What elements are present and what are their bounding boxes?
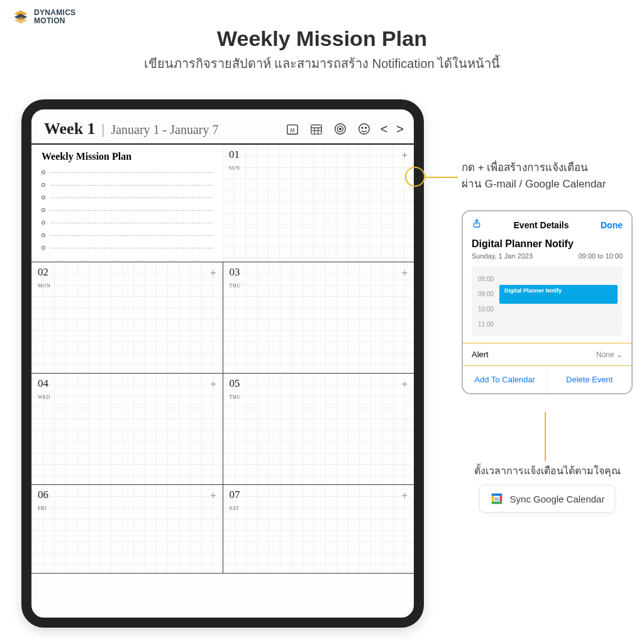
done-button[interactable]: Done	[601, 220, 623, 230]
mission-cell: Weekly Mission Plan	[31, 145, 223, 262]
mission-line[interactable]	[42, 166, 213, 179]
mission-line[interactable]	[42, 204, 213, 216]
next-week-button[interactable]: >	[396, 122, 404, 136]
svg-text:31: 31	[494, 497, 499, 501]
svg-rect-21	[499, 496, 502, 501]
add-event-button[interactable]: +	[210, 490, 216, 501]
plus-callout: กด + เพื่อสร้างการแจ้งเตือน ผ่าน G-mail …	[462, 160, 633, 192]
connector-line	[545, 412, 546, 461]
alert-row[interactable]: Alert None ⌄	[463, 343, 631, 366]
calendar-grid-icon[interactable]	[309, 121, 324, 136]
add-event-button[interactable]: +	[402, 150, 408, 161]
target-icon[interactable]	[333, 121, 348, 136]
week-header: Week 1 | January 1 - January 7 M < >	[31, 118, 414, 143]
add-event-button[interactable]: +	[210, 379, 216, 390]
mission-line[interactable]	[42, 216, 213, 229]
svg-rect-19	[491, 502, 502, 504]
prev-week-button[interactable]: <	[380, 122, 388, 136]
add-event-button[interactable]: +	[402, 379, 408, 390]
day-cell-mon[interactable]: 02MON+	[31, 262, 223, 373]
event-time: 09:00 to 10:00	[579, 252, 623, 260]
hero: Weekly Mission Plan เขียนภารกิจรายสัปดาห…	[0, 0, 644, 74]
page-subtitle: เขียนภารกิจรายสัปดาห์ และสามารถสร้าง Not…	[0, 53, 644, 74]
divider: |	[102, 121, 105, 138]
mission-line[interactable]	[42, 242, 213, 254]
event-details-panel: Event Details Done Digital Planner Notif…	[462, 210, 633, 394]
smile-icon[interactable]	[357, 121, 372, 136]
date-range: January 1 - January 7	[111, 123, 218, 137]
add-event-button[interactable]: +	[402, 490, 408, 501]
svg-point-15	[365, 127, 366, 128]
event-date: Sunday, 1 Jan 2023	[472, 252, 533, 260]
panel-title: Event Details	[514, 220, 569, 230]
add-event-button[interactable]: +	[402, 267, 408, 279]
mission-line[interactable]	[42, 179, 213, 191]
mission-line[interactable]	[42, 191, 213, 204]
svg-rect-5	[311, 125, 321, 135]
add-to-calendar-button[interactable]: Add To Calendar	[463, 366, 547, 393]
alert-value: None ⌄	[596, 350, 623, 359]
mission-line[interactable]	[42, 229, 213, 242]
logo-line1: DYNAMICS	[34, 8, 75, 17]
alert-label: Alert	[472, 350, 489, 359]
plus-highlight-circle	[405, 167, 425, 187]
delete-event-button[interactable]: Delete Event	[547, 366, 632, 393]
tablet-frame: Week 1 | January 1 - January 7 M < > Wee…	[21, 99, 424, 628]
mission-heading: Weekly Mission Plan	[42, 151, 213, 162]
sync-label: Sync Google Calendar	[510, 494, 605, 504]
day-cell-wed[interactable]: 04WED+	[31, 374, 223, 484]
day-cell-fri[interactable]: 06FRI+	[31, 485, 223, 573]
event-block[interactable]: Digital Planner Notify	[499, 285, 618, 304]
page-title: Weekly Mission Plan	[0, 26, 644, 51]
logo-line2: MOTION	[34, 16, 65, 25]
timeline: 08:00 09:00 10:00 11:00 Digital Planner …	[472, 266, 623, 336]
add-event-button[interactable]: +	[210, 267, 216, 279]
google-calendar-icon: 31	[490, 492, 504, 506]
day-cell-sun[interactable]: 01SUN +	[223, 145, 414, 262]
svg-point-12	[339, 128, 341, 130]
day-cell-thu[interactable]: 05THU+	[223, 374, 414, 484]
event-name: Digital Planner Notify	[472, 238, 623, 250]
connector-line	[425, 177, 458, 178]
alert-callout: ตั้งเวลาการแจ้งเตือนได้ตามใจคุณ 31 Sync …	[459, 463, 635, 513]
month-view-icon[interactable]: M	[285, 121, 300, 136]
svg-point-13	[358, 124, 369, 135]
svg-rect-18	[491, 494, 502, 496]
svg-point-14	[362, 127, 363, 128]
week-label: Week 1	[44, 119, 96, 138]
week-grid: Weekly Mission Plan 01SUN + 0	[31, 143, 414, 574]
logo-icon	[13, 9, 29, 25]
day-cell-sat[interactable]: 07SAT+	[223, 485, 414, 573]
day-cell-tue[interactable]: 03THU+	[223, 262, 414, 373]
sync-google-calendar-chip[interactable]: 31 Sync Google Calendar	[479, 485, 616, 513]
planner-screen: Week 1 | January 1 - January 7 M < > Wee…	[31, 109, 414, 574]
svg-text:M: M	[290, 128, 294, 133]
share-icon[interactable]	[472, 218, 482, 232]
svg-rect-20	[491, 496, 494, 501]
brand-logo: DYNAMICSMOTION	[13, 9, 75, 25]
